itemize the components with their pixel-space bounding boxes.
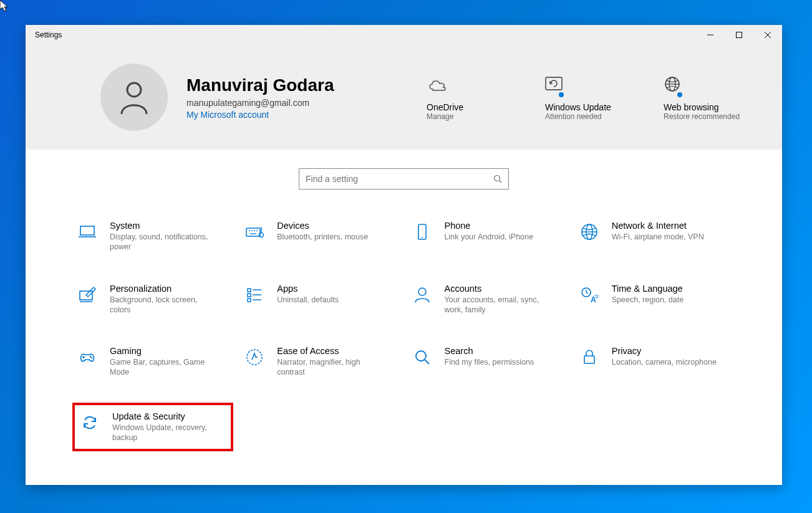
- category-accounts[interactable]: Accounts Your accounts, email, sync, wor…: [407, 277, 568, 322]
- svg-text:字: 字: [594, 294, 599, 300]
- shortcut-title: OneDrive: [427, 102, 508, 112]
- category-desc: Background, lock screen, colors: [110, 295, 216, 315]
- svg-rect-5: [546, 77, 562, 90]
- titlebar: Settings: [26, 25, 782, 45]
- shortcut-windows-update[interactable]: Windows Update Attention needed: [545, 72, 626, 122]
- category-desc: Link your Android, iPhone: [445, 232, 533, 242]
- category-network[interactable]: Network & Internet Wi-Fi, airplane mode,…: [574, 214, 735, 259]
- category-title: Personalization: [110, 284, 216, 294]
- search-box[interactable]: [299, 168, 509, 189]
- svg-rect-47: [584, 356, 594, 363]
- category-title: Phone: [445, 221, 533, 231]
- svg-point-41: [91, 357, 92, 358]
- category-devices[interactable]: Devices Bluetooth, printers, mouse: [239, 214, 400, 259]
- svg-point-44: [247, 350, 262, 365]
- category-desc: Find my files, permissions: [445, 357, 534, 367]
- lock-icon: [579, 347, 599, 367]
- svg-rect-28: [248, 289, 251, 292]
- user-name: Manuviraj Godara: [186, 75, 408, 96]
- svg-rect-30: [248, 299, 251, 302]
- header-shortcuts: OneDrive Manage Windows Update Attention…: [427, 72, 745, 122]
- category-title: Accounts: [445, 284, 551, 294]
- svg-rect-29: [248, 294, 251, 297]
- globe-icon: [579, 222, 599, 242]
- category-desc: Speech, region, date: [612, 295, 684, 305]
- category-title: Gaming: [110, 346, 216, 356]
- ease-of-access-icon: [244, 347, 264, 367]
- apps-list-icon: [244, 285, 264, 305]
- close-button[interactable]: [753, 25, 782, 45]
- window-title: Settings: [26, 31, 696, 39]
- svg-line-46: [425, 360, 429, 364]
- category-title: Network & Internet: [612, 221, 704, 231]
- avatar[interactable]: [100, 64, 168, 131]
- svg-rect-1: [737, 32, 742, 38]
- svg-point-45: [416, 351, 426, 361]
- svg-point-4: [127, 83, 141, 97]
- status-dot-icon: [676, 91, 684, 98]
- settings-window: Settings Manuviraj Godara manupulategami…: [26, 25, 782, 485]
- category-privacy[interactable]: Privacy Location, camera, microphone: [574, 340, 735, 384]
- category-gaming[interactable]: Gaming Game Bar, captures, Game Mode: [72, 340, 233, 384]
- header: Manuviraj Godara manupulategaming@gmail.…: [26, 45, 782, 150]
- search-input[interactable]: [306, 174, 493, 184]
- time-language-icon: A字: [579, 285, 599, 305]
- shortcut-title: Windows Update: [545, 102, 626, 112]
- user-block: Manuviraj Godara manupulategaming@gmail.…: [186, 75, 408, 120]
- globe-badge-icon: [664, 72, 682, 97]
- category-title: Ease of Access: [277, 346, 383, 356]
- category-title: Apps: [277, 284, 339, 294]
- svg-rect-11: [80, 226, 94, 235]
- shortcut-sub: Restore recommended: [664, 112, 745, 122]
- phone-icon: [412, 222, 432, 242]
- user-email: manupulategaming@gmail.com: [186, 98, 408, 108]
- category-title: System: [110, 221, 216, 231]
- category-search[interactable]: Search Find my files, permissions: [407, 340, 568, 384]
- maximize-icon: [736, 32, 742, 38]
- category-desc: Bluetooth, printers, mouse: [277, 232, 368, 242]
- category-personalization[interactable]: Personalization Background, lock screen,…: [72, 277, 233, 322]
- svg-line-37: [586, 292, 588, 294]
- minimize-button[interactable]: [696, 25, 725, 45]
- microsoft-account-link[interactable]: My Microsoft account: [186, 110, 408, 120]
- category-desc: Narrator, magnifier, high contrast: [277, 357, 383, 378]
- paint-icon: [77, 285, 97, 305]
- magnifier-icon: [412, 347, 432, 367]
- category-phone[interactable]: Phone Link your Android, iPhone: [407, 214, 568, 259]
- category-desc: Wi-Fi, airplane mode, VPN: [612, 232, 704, 242]
- category-desc: Windows Update, recovery, backup: [112, 423, 218, 443]
- cloud-icon: [427, 72, 448, 97]
- shortcut-sub: Attention needed: [545, 112, 626, 122]
- user-icon: [118, 80, 150, 115]
- svg-rect-13: [246, 228, 260, 236]
- category-time-language[interactable]: A字 Time & Language Speech, region, date: [574, 277, 735, 322]
- category-desc: Location, camera, microphone: [612, 357, 717, 367]
- svg-point-22: [422, 237, 423, 238]
- mouse-cursor-icon: [0, 0, 10, 12]
- shortcut-web-browsing[interactable]: Web browsing Restore recommended: [664, 72, 745, 122]
- svg-point-9: [495, 176, 500, 181]
- category-desc: Your accounts, email, sync, work, family: [445, 295, 551, 315]
- category-desc: Game Bar, captures, Game Mode: [110, 357, 216, 378]
- shortcut-onedrive[interactable]: OneDrive Manage: [427, 72, 508, 122]
- category-title: Time & Language: [612, 284, 684, 294]
- category-update-security[interactable]: Update & Security Windows Update, recove…: [72, 403, 233, 452]
- svg-point-34: [418, 288, 426, 295]
- shortcut-sub: Manage: [427, 112, 508, 122]
- sync-badge-icon: [545, 72, 564, 97]
- category-ease-of-access[interactable]: Ease of Access Narrator, magnifier, high…: [239, 340, 400, 384]
- minimize-icon: [707, 32, 713, 38]
- laptop-icon: [77, 222, 97, 242]
- category-grid: System Display, sound, notifications, po…: [26, 202, 782, 451]
- category-system[interactable]: System Display, sound, notifications, po…: [72, 214, 233, 259]
- status-dot-icon: [558, 91, 565, 98]
- search-icon: [493, 175, 502, 183]
- search-row: [26, 150, 782, 202]
- category-title: Devices: [277, 221, 368, 231]
- category-apps[interactable]: Apps Uninstall, defaults: [239, 277, 400, 322]
- close-icon: [765, 32, 771, 38]
- update-sync-icon: [80, 413, 100, 433]
- keyboard-icon: [244, 222, 264, 242]
- shortcut-title: Web browsing: [664, 102, 745, 112]
- maximize-button[interactable]: [725, 25, 753, 45]
